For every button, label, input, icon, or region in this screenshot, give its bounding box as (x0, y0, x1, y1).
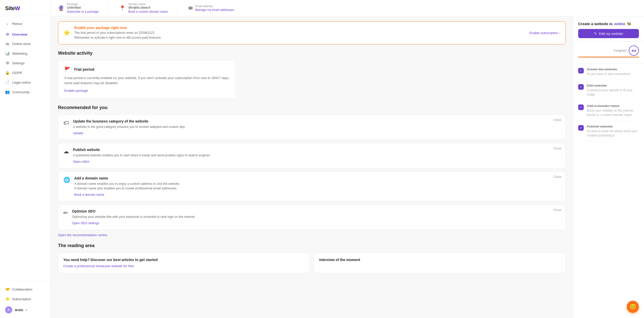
user-menu[interactable]: A anais › (0, 304, 51, 316)
sidebar-item-online-store[interactable]: 🛍 Online store (0, 39, 51, 49)
sidebar-item-community[interactable]: 👥 Community (0, 87, 51, 97)
topbar-divider-1 (109, 4, 109, 13)
bee-icon: 🐝 (627, 21, 632, 26)
activity-title: Trial period (74, 67, 94, 71)
rec-body-3: Optimize SEO Optimizing your website tit… (72, 209, 560, 225)
right-panel: Create a website is online 🐝 ✎ Edit my w… (573, 16, 644, 318)
email-info: Email address Manage my email addresses (195, 5, 234, 12)
checklist-item-0: ✓ Create the website As you have to star… (578, 64, 639, 80)
sidebar-item-label: Community (12, 90, 29, 94)
sidebar-item-back[interactable]: ‹ Retour (0, 19, 51, 28)
topbar-package: 🔮 Package Unlimited Subscribe to a packa… (58, 3, 99, 13)
rec-close-0[interactable]: Close (553, 118, 561, 122)
enable-subscription-link[interactable]: Enable subscription › (529, 31, 560, 35)
sidebar-item-label: Online store (12, 42, 31, 46)
package-value: Unlimited (67, 6, 99, 9)
checkbox-0: ✓ (578, 68, 584, 73)
chat-button[interactable]: 😊 (627, 301, 639, 313)
reading-section-title: The reading area (58, 243, 566, 248)
domain-info: Domain name dfvnjkkl.sitew.fr Book a cus… (128, 3, 168, 13)
main-content: ⭐ Enable your package right now The tria… (51, 16, 573, 318)
rec-link-0[interactable]: Update (73, 131, 83, 135)
checklist-title-2: Add a domain name (587, 104, 639, 108)
overview-icon: ⊙ (5, 32, 10, 37)
checklist-item-3: ✓ Publish website It's time to show the … (578, 121, 639, 142)
email-icon: ✉ (188, 5, 193, 11)
rec-text-1: A published website enables you to start… (73, 153, 560, 158)
legal-icon: 📄 (5, 80, 10, 85)
activity-text: A trial period is currently enabled on y… (64, 75, 230, 86)
settings-icon: ⚙ (5, 61, 10, 65)
checklist-desc-2: Boost your visibility on the internet th… (587, 109, 639, 117)
sidebar-item-label: Legal notice (12, 81, 31, 84)
alert-banner: ⭐ Enable your package right now The tria… (58, 21, 566, 44)
open-rec-centre-link[interactable]: Open the recommendation centre (58, 233, 107, 237)
reading-left-link[interactable]: Create a professional showcase website f… (63, 264, 134, 268)
checklist-item-1: ✓ Edit website Customize your website to… (578, 80, 639, 101)
domain-link[interactable]: Book a custom domain name (128, 10, 168, 13)
rec-link-2[interactable]: Book a domain name (74, 193, 104, 196)
domain-rec-icon: 🌐 (63, 177, 70, 183)
enable-package-link[interactable]: Enable package (64, 89, 88, 93)
checklist-desc-0: As you have to start somewhere (587, 72, 630, 76)
sidebar: SiteW ‹ Retour ⊙ Overview 🛍 Online store… (0, 0, 51, 318)
checklist-desc-3: It's time to show the whole world your c… (587, 129, 639, 138)
sidebar-item-marketing[interactable]: 📊 Marketing (0, 49, 51, 58)
progress-badge: 4/4 (629, 46, 639, 56)
rec-title-3: Optimize SEO (72, 209, 560, 213)
main-wrapper: 🔮 Package Unlimited Subscribe to a packa… (51, 0, 644, 318)
rec-close-3[interactable]: Close (553, 208, 561, 212)
edit-website-button[interactable]: ✎ Edit my website (578, 29, 639, 38)
checklist-title-1: Edit website (587, 84, 639, 87)
rec-text-2: A domain name enables you to enjoy a cus… (74, 181, 560, 191)
topbar-divider-2 (178, 4, 178, 13)
sidebar-nav: ‹ Retour ⊙ Overview 🛍 Online store 📊 Mar… (0, 16, 51, 281)
sidebar-item-settings[interactable]: ⚙ Settings (0, 58, 51, 68)
congrats-text: Congrats! (613, 49, 627, 52)
checkbox-2: ✓ (578, 104, 584, 110)
rec-section-title: Recommended for you (58, 105, 566, 110)
sidebar-item-label: GDPR (12, 71, 22, 75)
right-panel-header: Create a website is online 🐝 ✎ Edit my w… (573, 16, 644, 41)
sidebar-bottom: 🤝 Collaboration ⭐ Subscription A anais › (0, 281, 51, 318)
sidebar-item-collaboration[interactable]: 🤝 Collaboration (0, 284, 51, 294)
sidebar-item-legal[interactable]: 📄 Legal notice (0, 78, 51, 87)
sidebar-item-label: Settings (12, 61, 25, 65)
topbar-email: ✉ Email address Manage my email addresse… (188, 5, 234, 12)
activity-card: 🚩 Trial period A trial period is current… (58, 60, 236, 99)
rec-title-1: Publish website (73, 148, 560, 152)
alert-title: Enable your package right now (74, 26, 525, 30)
edit-icon: ✎ (594, 32, 597, 36)
sidebar-item-subscription[interactable]: ⭐ Subscription (0, 294, 51, 304)
email-link[interactable]: Manage my email addresses (195, 8, 234, 12)
progress-bar (578, 57, 639, 57)
content-area: ⭐ Enable your package right now The tria… (51, 16, 644, 318)
rec-link-1[interactable]: Open editor (73, 160, 89, 163)
rec-text-0: A website in the good category ensures y… (73, 125, 560, 129)
checklist-title-3: Publish website (587, 125, 639, 128)
category-icon: 🏷 (63, 120, 69, 126)
checklist-body-2: Add a domain name Boost your visibility … (587, 104, 639, 117)
topbar: 🔮 Package Unlimited Subscribe to a packa… (51, 0, 644, 16)
online-badge: online (614, 22, 625, 26)
logo-area: SiteW (0, 0, 51, 16)
package-info: Package Unlimited Subscribe to a package (67, 3, 99, 13)
rec-link-3[interactable]: Open SEO settings (72, 221, 99, 225)
user-chevron: › (26, 308, 27, 312)
sidebar-item-gdpr[interactable]: 🔒 GDPR (0, 68, 51, 78)
subscription-icon: ⭐ (5, 297, 10, 301)
rec-title-2: Add a domain name (74, 176, 560, 180)
rec-item-2: 🌐 Add a domain name A domain name enable… (58, 171, 566, 202)
rec-close-2[interactable]: Close (553, 175, 561, 179)
domain-value: dfvnjkkl.sitew.fr (128, 6, 168, 9)
rec-item-0: 🏷 Update the business category of the we… (58, 114, 566, 140)
sidebar-item-overview[interactable]: ⊙ Overview (0, 29, 51, 39)
activity-section-title: Website activity (58, 51, 566, 56)
subscribe-link[interactable]: Subscribe to a package (67, 10, 99, 13)
rec-title-0: Update the business category of the webs… (73, 119, 560, 123)
arrow-icon: › (559, 31, 560, 35)
email-label: Email address (195, 5, 234, 8)
sidebar-item-label: Marketing (12, 52, 27, 55)
reading-left-title: You need help? Discover our best article… (63, 258, 305, 262)
rec-close-1[interactable]: Close (553, 147, 561, 150)
